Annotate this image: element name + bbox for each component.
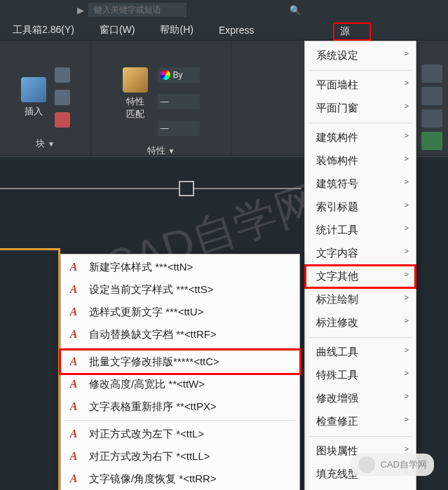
geometry-line	[0, 188, 301, 189]
match-props-icon[interactable]	[123, 67, 148, 93]
main-dropdown-menu: 系统设定>平面墙柱>平面门窗>建筑构件>装饰构件>建筑符号>索引标题>统计工具>…	[304, 41, 416, 490]
chevron-right-icon: >	[405, 200, 409, 209]
submenu-item[interactable]: A修改高度/高宽比 **<ttW>	[61, 373, 299, 395]
submenu-item-label: 对正方式改为左下 *<ttL>	[89, 428, 294, 441]
play-icon: ▶	[77, 5, 84, 15]
submenu-item-label: 对正方式改为右下 *<ttLL>	[89, 450, 294, 463]
main-menu-item[interactable]: 图层工具>	[305, 486, 416, 490]
chevron-right-icon: >	[405, 316, 409, 325]
main-menu-item[interactable]: 曲线工具>	[305, 341, 416, 364]
main-menu-item[interactable]: 文字其他>	[305, 265, 416, 288]
menu-item-label: 索引标题	[316, 200, 358, 212]
main-menu-item[interactable]: 系统设定>	[305, 44, 416, 67]
lineweight-combo[interactable]: —	[158, 121, 200, 136]
main-menu-item[interactable]: 标注绘制>	[305, 288, 416, 311]
chevron-right-icon: >	[405, 79, 409, 87]
menu-toolbox[interactable]: 工具箱2.86(Y)	[0, 21, 87, 39]
submenu-item[interactable]: A设定当前文字样式 ***<ttS>	[61, 278, 299, 301]
menu-window[interactable]: 窗口(W)	[87, 21, 148, 39]
text-other-submenu: A新建字体样式 ***<ttN>A设定当前文字样式 ***<ttS>A选样式更新…	[60, 254, 300, 490]
menu-separator	[309, 436, 412, 437]
chevron-right-icon: >	[405, 247, 409, 255]
submenu-item[interactable]: A自动替换缺文字档 **<ttRF>	[61, 323, 299, 346]
main-menu-item[interactable]: 平面墙柱>	[305, 74, 416, 97]
ribbon-panel-block: 插入 块▼	[0, 41, 91, 156]
text-style-icon: A	[65, 471, 82, 486]
menu-item-label: 标注绘制	[316, 293, 358, 305]
tool-icon[interactable]	[55, 112, 70, 128]
text-style-icon: A	[65, 304, 82, 320]
main-menu-item[interactable]: 修改增强>	[305, 387, 416, 410]
menu-item-label: 建筑符号	[316, 177, 358, 189]
main-menu-item[interactable]: 建筑构件>	[305, 126, 416, 149]
text-style-icon: A	[65, 376, 82, 392]
main-menu-item[interactable]: 装饰构件>	[305, 149, 416, 172]
tool-icon[interactable]	[421, 87, 442, 105]
main-menu-item[interactable]: 文字内容>	[305, 242, 416, 265]
submenu-item[interactable]: A对正方式改为右下 *<ttLL>	[61, 445, 299, 468]
chevron-right-icon: >	[405, 49, 409, 57]
text-style-icon: A	[65, 327, 82, 342]
menu-item-label: 曲线工具	[316, 346, 358, 358]
geometry-node	[179, 181, 194, 196]
search-input[interactable]	[88, 3, 186, 17]
submenu-item-label: 修改高度/高宽比 **<ttW>	[89, 378, 294, 391]
menu-help[interactable]: 帮助(H)	[147, 21, 205, 39]
main-menu-item[interactable]: 索引标题>	[305, 196, 416, 219]
main-menu-item[interactable]: 标注修改>	[305, 311, 416, 334]
submenu-item[interactable]: A新建字体样式 ***<ttN>	[61, 256, 299, 278]
text-style-icon: A	[65, 282, 82, 297]
chevron-right-icon: >	[405, 177, 409, 186]
menu-separator	[64, 348, 297, 348]
submenu-item[interactable]: A文字镜像/角度恢复 *<ttRR>	[61, 468, 299, 490]
menu-item-label: 系统设定	[316, 49, 358, 61]
insert-icon[interactable]	[21, 77, 46, 102]
chevron-right-icon: >	[405, 444, 409, 453]
menu-separator	[309, 123, 412, 123]
tool-icon[interactable]	[421, 64, 442, 83]
chevron-right-icon: >	[405, 131, 409, 139]
menu-item-label: 标注修改	[316, 316, 358, 328]
title-bar: ▶ 🔍	[0, 0, 448, 20]
menu-item-label: 检查修正	[316, 415, 358, 427]
tool-icon[interactable]	[421, 109, 442, 128]
submenu-item-label: 自动替换缺文字档 **<ttRF>	[89, 328, 294, 341]
submenu-item[interactable]: A文字表格重新排序 **<ttPX>	[61, 395, 299, 418]
chevron-right-icon: >	[405, 346, 409, 354]
ribbon-panel-props: 特性 匹配 By — — 特性▼	[91, 41, 231, 156]
submenu-item-label: 批量文字修改排版*****<ttC>	[89, 355, 294, 369]
color-combo[interactable]: By	[158, 67, 200, 83]
menu-source[interactable]: 源	[333, 22, 371, 41]
chevron-right-icon: >	[405, 293, 409, 301]
menu-separator	[64, 420, 297, 421]
tool-icon[interactable]	[55, 67, 70, 83]
main-menu-item[interactable]: 建筑符号>	[305, 172, 416, 196]
main-menu-item[interactable]: 平面门窗>	[305, 97, 416, 120]
submenu-item[interactable]: A批量文字修改排版*****<ttC>	[61, 351, 299, 373]
logo-icon	[358, 456, 375, 473]
submenu-item[interactable]: A选样式更新文字 ***<ttU>	[61, 301, 299, 323]
match-props-label: 特性 匹配	[126, 95, 144, 121]
chevron-right-icon: >	[405, 415, 409, 423]
menu-item-label: 图块属性	[316, 444, 358, 456]
chevron-right-icon: >	[405, 392, 409, 400]
menu-separator	[309, 70, 412, 71]
main-menu-item[interactable]: 统计工具>	[305, 219, 416, 242]
main-menu-item[interactable]: 特殊工具>	[305, 364, 416, 387]
menu-express[interactable]: Express	[206, 22, 267, 39]
search-icon[interactable]: 🔍	[290, 5, 301, 15]
menu-item-label: 特殊工具	[316, 369, 358, 381]
text-style-icon: A	[65, 259, 82, 275]
tool-icon[interactable]	[421, 132, 442, 150]
text-style-icon: A	[65, 449, 82, 464]
footer-watermark: CAD自学网	[351, 454, 434, 476]
main-menu-item[interactable]: 检查修正>	[305, 410, 416, 433]
right-toolbar	[419, 62, 448, 153]
menu-item-label: 装饰构件	[316, 154, 358, 166]
chevron-right-icon: >	[405, 270, 409, 278]
tool-icon[interactable]	[55, 90, 70, 105]
submenu-item[interactable]: A对正方式改为左下 *<ttL>	[61, 423, 299, 445]
chevron-right-icon: >	[405, 154, 409, 163]
submenu-item-label: 设定当前文字样式 ***<ttS>	[89, 283, 294, 297]
linetype-combo[interactable]: —	[158, 94, 200, 109]
